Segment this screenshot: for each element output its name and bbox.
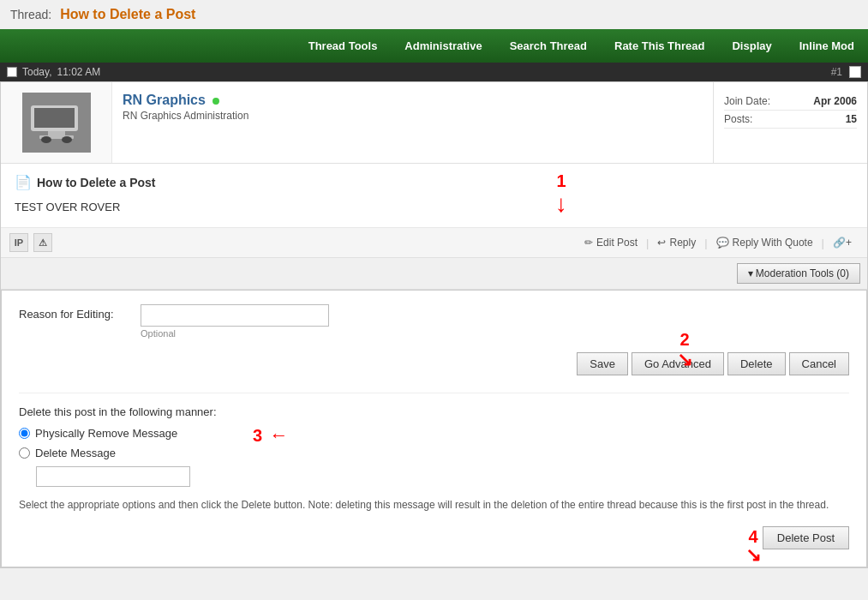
delete-note: Select the appropriate options and then … (19, 497, 849, 513)
reply-link[interactable]: ↩ Reply (650, 233, 703, 252)
nav-administrative[interactable]: Administrative (391, 29, 495, 63)
delete-reason-input[interactable] (36, 466, 190, 487)
posts-value: 15 (846, 113, 857, 125)
delete-message-radio[interactable] (19, 447, 30, 459)
edit-buttons: Save Go Advanced Delete Cancel (19, 352, 849, 375)
save-button[interactable]: Save (577, 352, 628, 375)
user-info: RN Graphics RN Graphics Administration (112, 82, 713, 163)
reason-row: Reason for Editing: Optional (19, 304, 849, 339)
delete-button[interactable]: Delete (727, 352, 786, 375)
avatar (22, 93, 91, 153)
delete-post-button[interactable]: Delete Post (763, 526, 849, 549)
user-title: RN Graphics Administration (123, 110, 703, 122)
post-body: TEST OVER ROVER (15, 197, 853, 217)
posts-label: Posts: (724, 113, 752, 125)
post-number: #1 (831, 66, 842, 78)
join-date-row: Join Date: Apr 2006 (724, 93, 857, 111)
delete-section: Delete this post in the following manner… (19, 393, 849, 549)
svg-point-6 (62, 136, 72, 143)
edit-panel: Reason for Editing: Optional Save Go Adv… (1, 290, 867, 567)
join-date-value: Apr 2006 (813, 95, 857, 107)
svg-rect-3 (48, 131, 65, 135)
add-reply-icon-link[interactable]: 🔗+ (826, 233, 859, 252)
posts-row: Posts: 15 (724, 111, 857, 129)
post-container: RN Graphics RN Graphics Administration J… (0, 81, 868, 568)
moderation-tools-button[interactable]: ▾ Moderation Tools (0) (737, 263, 861, 284)
page-icon (7, 67, 17, 77)
edit-icon: ✏ (584, 237, 593, 249)
quote-icon: 💬 (716, 237, 729, 249)
post-time: 11:02 AM (57, 66, 100, 78)
mod-tools-bar: ▾ Moderation Tools (0) (1, 258, 867, 290)
edit-post-link[interactable]: ✏ Edit Post (578, 233, 644, 252)
post-title-text: How to Delete a Post (37, 176, 155, 189)
nav-rate-thread[interactable]: Rate This Thread (601, 29, 718, 63)
ip-button[interactable]: IP (9, 233, 28, 252)
delete-section-title: Delete this post in the following manner… (19, 405, 849, 418)
post-title-line: 📄 How to Delete a Post (15, 174, 853, 190)
online-indicator (213, 98, 219, 105)
nav-search-thread[interactable]: Search Thread (496, 29, 601, 63)
join-date-label: Join Date: (724, 95, 770, 107)
go-advanced-button[interactable]: Go Advanced (632, 352, 724, 375)
delete-message-label: Delete Message (35, 447, 116, 459)
post-header: RN Graphics RN Graphics Administration J… (1, 82, 867, 164)
post-title-icon: 📄 (15, 174, 32, 190)
svg-rect-2 (34, 108, 75, 128)
page-title: Thread: How to Delete a Post (0, 0, 868, 29)
physically-remove-radio[interactable] (19, 428, 30, 439)
reason-input[interactable] (141, 304, 329, 327)
cancel-button[interactable]: Cancel (789, 352, 849, 375)
physically-remove-label: Physically Remove Message (35, 427, 177, 440)
physically-remove-option: Physically Remove Message (19, 427, 849, 440)
post-meta-bar: Today, 11:02 AM #1 (0, 63, 868, 81)
reply-icon: ↩ (657, 237, 666, 249)
nav-thread-tools[interactable]: Thread Tools (295, 29, 392, 63)
nav-display[interactable]: Display (718, 29, 785, 63)
nav-inline-mod[interactable]: Inline Mod (786, 29, 868, 63)
post-date: Today, (22, 66, 51, 78)
post-content: 📄 How to Delete a Post TEST OVER ROVER (1, 164, 867, 228)
reply-with-quote-link[interactable]: 💬 Reply With Quote (709, 233, 820, 252)
delete-message-option: Delete Message (19, 447, 849, 459)
post-action-bar: IP ⚠ ✏ Edit Post | ↩ Reply | 💬 Reply Wit… (1, 228, 867, 258)
reason-label: Reason for Editing: (19, 304, 130, 321)
svg-point-5 (41, 136, 51, 143)
post-stats: Join Date: Apr 2006 Posts: 15 (713, 82, 867, 163)
delete-post-row: Delete Post (19, 526, 849, 549)
report-button[interactable]: ⚠ (33, 233, 52, 252)
optional-label: Optional (141, 328, 329, 339)
post-avatar-section (1, 82, 112, 163)
nav-bar: Thread Tools Administrative Search Threa… (0, 29, 868, 63)
username: RN Graphics (123, 93, 206, 107)
post-checkbox[interactable] (849, 66, 861, 78)
